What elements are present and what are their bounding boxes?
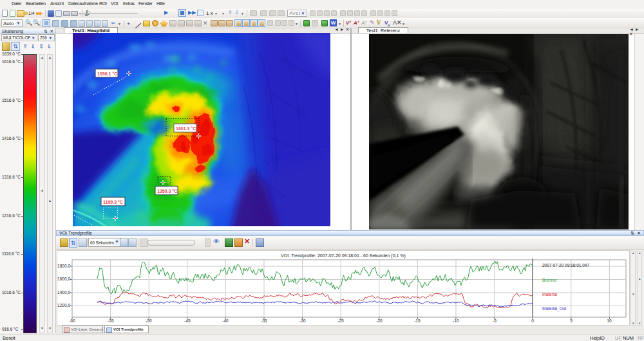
svg-text:1090.1 °C: 1090.1 °C bbox=[97, 72, 117, 76]
svg-text:1350.3 °C: 1350.3 °C bbox=[157, 189, 177, 193]
svg-text:1199.3 °C: 1199.3 °C bbox=[103, 200, 123, 204]
svg-text:1601.3 °C: 1601.3 °C bbox=[176, 126, 196, 131]
